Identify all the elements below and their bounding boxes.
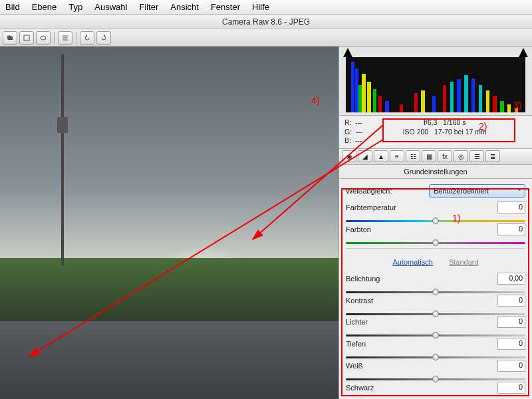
menu-bild[interactable]: Bild (5, 2, 20, 12)
annotation-box-1 (341, 188, 529, 396)
section-title: Grundeinstellungen (339, 165, 532, 179)
menu-auswahl[interactable]: Auswahl (94, 2, 127, 12)
menu-filter[interactable]: Filter (139, 2, 158, 12)
tab-hsl-icon[interactable]: ≡ (390, 150, 404, 162)
menu-typ[interactable]: Typ (68, 2, 82, 12)
annotation-label-4: 4) (311, 95, 319, 106)
tool-rotate-cw-icon[interactable] (96, 31, 111, 45)
toolbar (0, 29, 532, 47)
tab-detail-icon[interactable]: ▲ (374, 150, 388, 162)
tool-list-icon[interactable] (58, 31, 72, 45)
menu-fenster[interactable]: Fenster (211, 2, 240, 12)
tab-snapshots-icon[interactable]: ≣ (485, 150, 500, 162)
svg-rect-0 (24, 35, 29, 41)
tab-camera-icon[interactable]: ◎ (454, 150, 468, 162)
tool-crop-icon[interactable] (19, 31, 34, 45)
menu-ebene[interactable]: Ebene (32, 2, 57, 12)
tab-basic-icon[interactable]: ◉ (342, 150, 356, 162)
tab-fx-icon[interactable]: fx (438, 150, 452, 162)
panel-tabs: ◉ ◢ ▲ ≡ ☷ ▦ fx ◎ ☰ ≣ (339, 149, 532, 165)
tab-lens-icon[interactable]: ▦ (422, 150, 436, 162)
rgb-readout: R: --- G: --- B: --- (344, 118, 362, 146)
annotation-label-3: 3) (513, 100, 521, 110)
histogram[interactable] (339, 47, 532, 116)
tab-curve-icon[interactable]: ◢ (358, 150, 372, 162)
tool-oval-icon[interactable] (36, 31, 51, 45)
tool-hand-icon[interactable] (3, 31, 17, 45)
highlight-clip-icon[interactable] (519, 48, 528, 57)
annotation-label-2: 2) (479, 121, 487, 132)
app-menubar: Bild Ebene Typ Auswahl Filter Ansicht Fe… (0, 0, 532, 15)
shadow-clip-icon[interactable] (343, 48, 352, 57)
tab-presets-icon[interactable]: ☰ (469, 150, 484, 162)
tab-split-icon[interactable]: ☷ (406, 150, 420, 162)
annotation-label-1: 1) (452, 213, 460, 223)
menu-hilfe[interactable]: Hilfe (252, 2, 269, 12)
image-preview[interactable] (0, 47, 339, 399)
tool-rotate-ccw-icon[interactable] (80, 31, 94, 45)
svg-point-1 (41, 36, 46, 40)
menu-ansicht[interactable]: Ansicht (170, 2, 199, 12)
window-title: Camera Raw 8.6 - JPEG (0, 15, 532, 29)
annotation-box-2 (382, 118, 515, 142)
